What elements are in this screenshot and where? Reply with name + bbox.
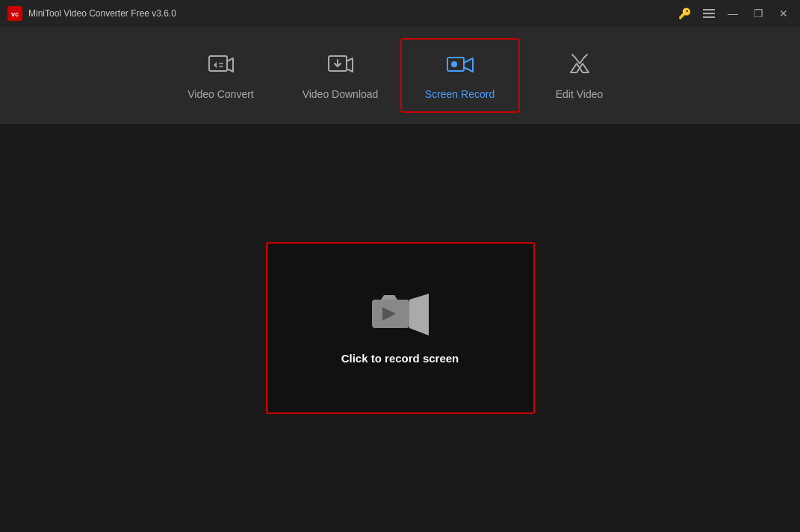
app-title: MiniTool Video Converter Free v3.6.0 [28,8,176,19]
navbar: Video Convert Video Download Screen Reco… [0,27,800,124]
titlebar-left: vc MiniTool Video Converter Free v3.6.0 [7,6,176,21]
titlebar-controls: 🔑 — ❐ ✕ [674,4,794,22]
main-content: Click to record screen [0,124,800,532]
titlebar: vc MiniTool Video Converter Free v3.6.0 … [0,0,800,27]
tab-edit-video-label: Edit Video [556,88,604,100]
svg-point-5 [451,61,457,67]
tab-edit-video[interactable]: Edit Video [520,38,639,113]
svg-rect-2 [209,56,227,71]
key-icon[interactable]: 🔑 [674,4,695,22]
tab-video-download[interactable]: Video Download [281,38,400,113]
tab-video-download-label: Video Download [303,88,379,100]
video-download-icon [327,52,354,82]
edit-video-icon [566,52,593,82]
screen-record-icon [447,52,474,82]
tab-screen-record[interactable]: Screen Record [400,38,520,113]
video-convert-icon [208,52,235,82]
record-area[interactable]: Click to record screen [266,242,535,414]
minimize-button[interactable]: — [722,6,743,21]
menu-icon[interactable] [700,6,718,21]
tab-video-convert[interactable]: Video Convert [161,38,281,113]
tab-video-convert-label: Video Convert [187,88,253,100]
app-logo: vc [7,6,22,21]
record-label: Click to record screen [341,352,459,365]
svg-text:vc: vc [11,10,19,18]
close-button[interactable]: ✕ [773,6,794,21]
record-icon [370,292,430,337]
restore-button[interactable]: ❐ [748,6,769,21]
tab-screen-record-label: Screen Record [425,88,494,100]
